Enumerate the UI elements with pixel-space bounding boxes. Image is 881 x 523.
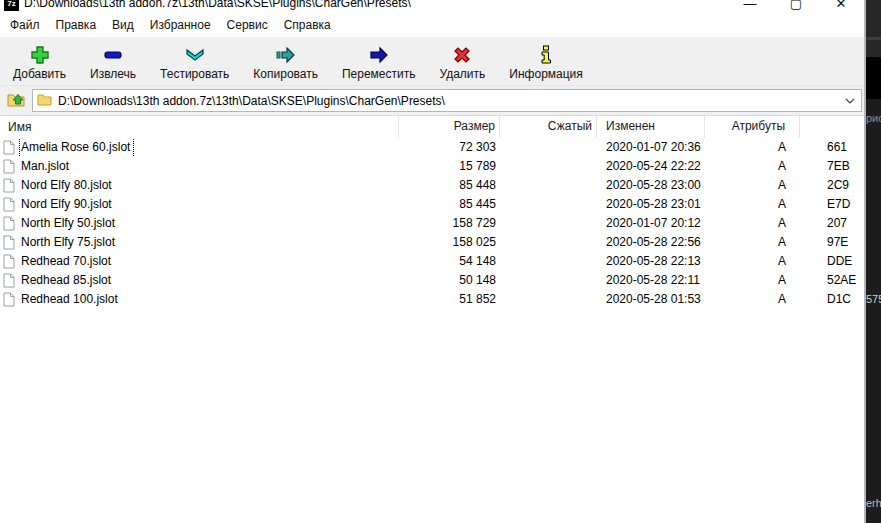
file-compressed — [500, 214, 597, 233]
test-button[interactable]: Тестировать — [148, 37, 241, 85]
copy-button[interactable]: Копировать — [241, 37, 330, 85]
file-name: Nord Elfy 80.jslot — [20, 176, 115, 195]
screen: 7z D:\Downloads\13th addon.7z\13th\Data\… — [0, 0, 881, 523]
file-modified: 2020-05-28 23:01 — [597, 195, 705, 214]
file-name-cell[interactable]: Nord Elfy 80.jslot — [0, 176, 399, 195]
file-crc: E7D — [800, 195, 864, 214]
move-arrow-icon — [367, 44, 391, 66]
extract-button[interactable]: Извлечь — [78, 37, 148, 85]
file-attributes: A — [705, 271, 800, 290]
table-row[interactable]: North Elfy 75.jslot 158 025 2020-05-28 2… — [0, 233, 864, 252]
column-header-crc[interactable] — [800, 116, 864, 138]
file-size: 158 729 — [399, 214, 500, 233]
background-band — [866, 57, 881, 99]
toolbar: Добавить Извлечь Тестировать Копировать — [0, 37, 864, 86]
folder-icon — [37, 92, 52, 110]
test-chevron-icon — [183, 44, 207, 66]
file-attributes: A — [705, 195, 800, 214]
table-row[interactable]: Man.jslot 15 789 2020-05-24 22:22 A 7EB — [0, 157, 864, 176]
file-name: Man.jslot — [20, 157, 72, 176]
file-name: Redhead 100.jslot — [20, 290, 121, 309]
file-size: 54 148 — [399, 252, 500, 271]
file-name: Nord Elfy 90.jslot — [20, 195, 115, 214]
file-name-cell[interactable]: Redhead 85.jslot — [0, 271, 399, 290]
delete-button[interactable]: Удалить — [428, 37, 498, 85]
menu-help[interactable]: Справка — [276, 14, 339, 36]
chevron-down-icon[interactable] — [839, 90, 861, 111]
table-row[interactable]: North Elfy 50.jslot 158 729 2020-01-07 2… — [0, 214, 864, 233]
7zip-window: 7z D:\Downloads\13th addon.7z\13th\Data\… — [0, 0, 866, 523]
file-attributes: A — [705, 290, 800, 309]
file-attributes: A — [705, 214, 800, 233]
table-row[interactable]: Redhead 100.jslot 51 852 2020-05-28 01:5… — [0, 290, 864, 309]
file-name: Redhead 85.jslot — [20, 271, 114, 290]
titlebar: 7z D:\Downloads\13th addon.7z\13th\Data\… — [0, 0, 864, 13]
background-band — [866, 40, 881, 57]
table-row[interactable]: Amelia Rose 60.jslot 72 303 2020-01-07 2… — [0, 138, 864, 157]
background-band — [866, 0, 881, 37]
background-text-fragment: рис — [866, 112, 881, 124]
path-input[interactable]: D:\Downloads\13th addon.7z\13th\Data\SKS… — [58, 94, 839, 108]
file-name-cell[interactable]: Redhead 100.jslot — [0, 290, 399, 309]
up-one-level-button[interactable] — [2, 88, 30, 113]
column-header-size[interactable]: Размер — [399, 116, 500, 138]
file-compressed — [500, 157, 597, 176]
column-header-name[interactable]: Имя — [0, 116, 399, 138]
file-size: 72 303 — [399, 138, 500, 157]
window-title: D:\Downloads\13th addon.7z\13th\Data\SKS… — [24, 0, 411, 10]
column-header-attributes[interactable]: Атрибуты — [705, 116, 800, 138]
column-header-compressed[interactable]: Сжатый — [500, 116, 597, 138]
file-list: Имя Размер Сжатый Изменен Атрибуты Ameli… — [0, 115, 864, 309]
file-compressed — [500, 138, 597, 157]
file-name-cell[interactable]: North Elfy 50.jslot — [0, 214, 399, 233]
move-button[interactable]: Переместить — [330, 37, 428, 85]
file-name-cell[interactable]: Man.jslot — [0, 157, 399, 176]
add-button[interactable]: Добавить — [1, 37, 78, 85]
background-window-strip: рис 575 erh — [866, 0, 881, 523]
document-icon — [3, 216, 16, 232]
background-text-fragment: erh — [866, 497, 881, 509]
column-header-modified[interactable]: Изменен — [597, 116, 705, 138]
background-text-fragment: 575 — [866, 293, 881, 305]
file-name-cell[interactable]: Amelia Rose 60.jslot — [0, 138, 399, 157]
folder-up-icon — [6, 90, 26, 112]
file-modified: 2020-05-24 22:22 — [597, 157, 705, 176]
file-crc: 97E — [800, 233, 864, 252]
toolbar-label: Копировать — [253, 67, 318, 81]
file-attributes: A — [705, 138, 800, 157]
table-row[interactable]: Redhead 85.jslot 50 148 2020-05-28 22:11… — [0, 271, 864, 290]
file-modified: 2020-05-28 22:56 — [597, 233, 705, 252]
file-crc: 207 — [800, 214, 864, 233]
file-name: Amelia Rose 60.jslot — [20, 138, 133, 157]
info-button[interactable]: Информация — [497, 37, 594, 85]
path-combobox[interactable]: D:\Downloads\13th addon.7z\13th\Data\SKS… — [32, 89, 862, 112]
table-row[interactable]: Nord Elfy 80.jslot 85 448 2020-05-28 23:… — [0, 176, 864, 195]
document-icon — [3, 140, 16, 156]
menu-tools[interactable]: Сервис — [219, 14, 276, 36]
addressbar: D:\Downloads\13th addon.7z\13th\Data\SKS… — [0, 86, 864, 115]
file-name-cell[interactable]: North Elfy 75.jslot — [0, 233, 399, 252]
file-compressed — [500, 271, 597, 290]
file-name: North Elfy 50.jslot — [20, 214, 118, 233]
toolbar-label: Информация — [509, 67, 582, 81]
file-size: 15 789 — [399, 157, 500, 176]
menu-file[interactable]: Файл — [2, 14, 48, 36]
maximize-button[interactable]: ▢ — [781, 0, 811, 13]
document-icon — [3, 178, 16, 194]
file-name-cell[interactable]: Nord Elfy 90.jslot — [0, 195, 399, 214]
file-attributes: A — [705, 157, 800, 176]
table-row[interactable]: Nord Elfy 90.jslot 85 445 2020-05-28 23:… — [0, 195, 864, 214]
menu-view[interactable]: Вид — [104, 14, 142, 36]
file-modified: 2020-05-28 23:00 — [597, 176, 705, 195]
file-name-cell[interactable]: Redhead 70.jslot — [0, 252, 399, 271]
menu-favorites[interactable]: Избранное — [142, 14, 219, 36]
close-button[interactable]: ✕ — [826, 0, 856, 13]
file-crc: 7EB — [800, 157, 864, 176]
minimize-button[interactable]: — — [735, 0, 765, 13]
menu-edit[interactable]: Правка — [48, 14, 105, 36]
table-row[interactable]: Redhead 70.jslot 54 148 2020-05-28 22:13… — [0, 252, 864, 271]
toolbar-label: Удалить — [440, 67, 486, 81]
file-size: 51 852 — [399, 290, 500, 309]
toolbar-label: Тестировать — [160, 67, 229, 81]
file-size: 158 025 — [399, 233, 500, 252]
